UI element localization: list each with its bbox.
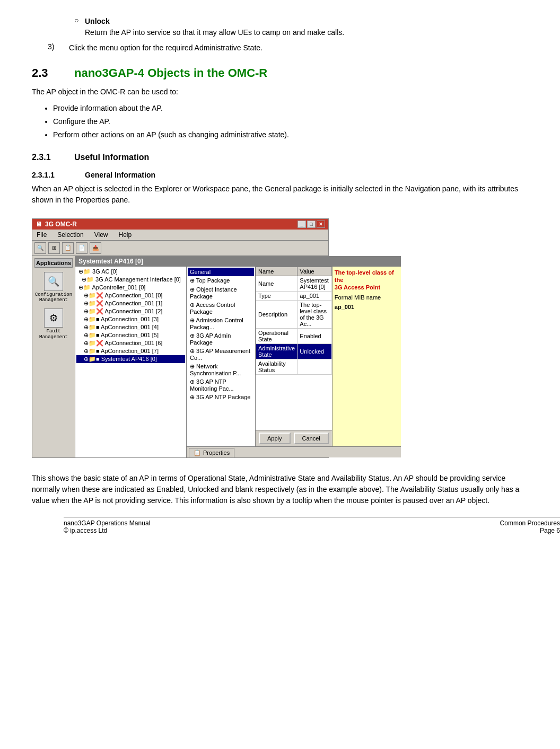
- cancel-button[interactable]: Cancel: [294, 433, 329, 444]
- window-body: Applications 🔍 Configuration Management …: [32, 256, 328, 457]
- section-2311-body2: This shows the basic state of an AP in t…: [32, 473, 528, 506]
- nav-item-access-control[interactable]: ⊕ Access Control Package: [188, 301, 254, 316]
- properties-table-area: Name Value Name Systemtest AP416 [0]: [256, 267, 332, 430]
- page-footer: nano3GAP Operations Manual © ip.access L…: [64, 517, 560, 534]
- prop-admin-label: Administrative State: [256, 343, 298, 359]
- content-header: Systemtest AP416 [0]: [75, 256, 401, 267]
- prop-type-value: ap_001: [298, 291, 331, 300]
- properties-pane: Name Value Name Systemtest AP416 [0]: [256, 267, 332, 446]
- menu-view[interactable]: View: [92, 231, 110, 239]
- nav-item-general[interactable]: General: [188, 268, 254, 276]
- left-panel: Applications 🔍 Configuration Management …: [32, 256, 75, 457]
- step-3: 3) Click the menu option for the require…: [48, 42, 528, 54]
- tree-item-conn6[interactable]: ⊕📁❌ ApConnection_001 [6]: [76, 339, 185, 347]
- nav-item-ntp-monitoring[interactable]: ⊕ 3G AP NTP Monitoring Pac...: [188, 377, 254, 393]
- footer-manual-name: nano3GAP Operations Manual: [64, 519, 150, 527]
- bullet-3: Perform other actions on an AP (such as …: [53, 128, 528, 142]
- nav-pane: General ⊕ Top Package ⊕ Object Instance …: [187, 267, 256, 446]
- prop-availability-label: Availability Status: [256, 359, 298, 374]
- footer-section-name: Common Procedures: [500, 519, 560, 527]
- section-2311-title: General Information: [85, 171, 155, 179]
- section-2311-num: 2.3.1.1: [32, 171, 85, 179]
- tree-item-conn0[interactable]: ⊕📁❌ ApConnection_001 [0]: [76, 292, 185, 299]
- close-button[interactable]: ✕: [317, 221, 325, 228]
- section-231-title: Useful Information: [74, 153, 149, 162]
- bullet-2: Configure the AP.: [53, 115, 528, 128]
- step-3-num: 3): [48, 42, 69, 51]
- tree-item-conn2[interactable]: ⊕📁❌ ApConnection_001 [2]: [76, 307, 185, 315]
- prop-row-operational: Operational State Enabled: [256, 328, 332, 343]
- config-mgmt-label: Configuration Management: [34, 292, 73, 304]
- section-23-header: 2.3 nano3GAP-4 Objects in the OMC-R: [32, 66, 528, 80]
- window-controls[interactable]: _ □ ✕: [298, 221, 325, 228]
- section-23-bullets: Provide information about the AP. Config…: [53, 102, 528, 142]
- toolbar-grid-button[interactable]: ⊞: [48, 242, 60, 254]
- section-23-title: nano3GAP-4 Objects in the OMC-R: [74, 66, 267, 80]
- nav-item-3g-ap-admin[interactable]: ⊕ 3G AP Admin Package: [188, 331, 254, 347]
- config-mgmt-icon-block[interactable]: 🔍 Configuration Management: [34, 272, 73, 304]
- prop-desc-label: Description: [256, 300, 298, 328]
- prop-operational-label: Operational State: [256, 328, 298, 343]
- tree-item-conn7[interactable]: ⊕📁■ ApConnection_001 [7]: [76, 347, 185, 355]
- tree-item-conn1[interactable]: ⊕📁❌ ApConnection_001 [1]: [76, 299, 185, 307]
- nav-item-object-instance[interactable]: ⊕ Object Instance Package: [188, 285, 254, 301]
- section-23-body: The AP object in the OMC-R can be used t…: [32, 86, 528, 98]
- menu-file[interactable]: File: [34, 231, 49, 239]
- toolbar-copy-button[interactable]: 📋: [62, 242, 74, 254]
- step-3-text: Click the menu option for the required A…: [69, 42, 262, 54]
- nav-item-ntp-package[interactable]: ⊕ 3G AP NTP Package: [188, 393, 254, 402]
- prop-row-administrative[interactable]: Administrative State Unlocked: [256, 343, 332, 359]
- prop-name-value: Systemtest AP416 [0]: [298, 276, 331, 291]
- apply-button[interactable]: Apply: [259, 433, 291, 444]
- tree-item-ctrl[interactable]: ⊕📁 ApController_001 [0]: [76, 284, 185, 292]
- menu-bar: File Selection View Help: [32, 230, 328, 241]
- prop-name-label: Name: [256, 276, 298, 291]
- config-mgmt-icon: 🔍: [44, 272, 63, 291]
- fault-mgmt-icon-block[interactable]: ⚙ Fault Management: [34, 309, 73, 340]
- menu-help[interactable]: Help: [117, 231, 134, 239]
- prop-desc-value: The top-level class of the 3G Ac...: [298, 300, 331, 328]
- tooltip-line4: ap_001: [335, 304, 399, 310]
- col-value-header: Value: [298, 267, 331, 276]
- toolbar-doc-button[interactable]: 📄: [76, 242, 88, 254]
- maximize-button[interactable]: □: [307, 221, 316, 228]
- nav-item-3g-measurement[interactable]: ⊕ 3G AP Measurement Co...: [188, 347, 254, 362]
- section-23-num: 2.3: [32, 66, 74, 80]
- footer-left: nano3GAP Operations Manual © ip.access L…: [64, 519, 150, 534]
- content-split: ⊕📁 3G AC [0] ⊕📁 3G AC Management Interfa…: [75, 267, 401, 457]
- tree-item-conn5[interactable]: ⊕📁■ ApConnection_001 [5]: [76, 331, 185, 339]
- nav-item-network-sync[interactable]: ⊕ Network Synchronisation P...: [188, 362, 254, 377]
- minimize-button[interactable]: _: [298, 221, 306, 228]
- properties-tab[interactable]: 📋 Properties: [189, 448, 234, 457]
- tree-item-mgmt[interactable]: ⊕📁 3G AC Management Interface [0]: [76, 276, 185, 284]
- tree-pane: ⊕📁 3G AC [0] ⊕📁 3G AC Management Interfa…: [75, 267, 187, 457]
- prop-availability-value: [298, 359, 331, 374]
- tree-item-conn4[interactable]: ⊕📁■ ApConnection_001 [4]: [76, 323, 185, 331]
- fault-mgmt-icon: ⚙: [44, 309, 63, 328]
- tooltip-line1: The top-level class of the 3G Access Poi…: [335, 269, 399, 292]
- tree-item-ap416[interactable]: ⊕📁■ Systemtest AP416 [0]: [76, 355, 185, 363]
- prop-admin-value: Unlocked: [298, 343, 331, 359]
- section-2311-header: 2.3.1.1 General Information: [32, 171, 528, 179]
- prop-row-name: Name Systemtest AP416 [0]: [256, 276, 332, 291]
- footer-right: Common Procedures Page 6: [500, 519, 560, 534]
- prop-operational-value: Enabled: [298, 328, 331, 343]
- left-panel-title: Applications: [34, 258, 73, 268]
- bullet-1: Provide information about the AP.: [53, 102, 528, 115]
- prop-type-label: Type: [256, 291, 298, 300]
- tree-item-conn3[interactable]: ⊕📁■ ApConnection_001 [3]: [76, 315, 185, 323]
- section-231-header: 2.3.1 Useful Information: [32, 153, 528, 162]
- properties-table: Name Value Name Systemtest AP416 [0]: [256, 267, 332, 375]
- tooltip-line3: Formal MIB name: [335, 294, 399, 301]
- col-name-header: Name: [256, 267, 298, 276]
- toolbar-search-button[interactable]: 🔍: [34, 242, 46, 254]
- prop-row-type: Type ap_001: [256, 291, 332, 300]
- properties-area: General ⊕ Top Package ⊕ Object Instance …: [187, 267, 401, 457]
- toolbar-inbox-button[interactable]: 📥: [90, 242, 101, 254]
- toolbar: 🔍 ⊞ 📋 📄 📥: [32, 241, 328, 256]
- menu-selection[interactable]: Selection: [55, 231, 85, 239]
- tree-item-3gac[interactable]: ⊕📁 3G AC [0]: [76, 268, 185, 276]
- nav-item-top-package[interactable]: ⊕ Top Package: [188, 276, 254, 285]
- nav-item-admission-control[interactable]: ⊕ Admission Control Packag...: [188, 316, 254, 331]
- properties-tab-label: Properties: [203, 450, 230, 456]
